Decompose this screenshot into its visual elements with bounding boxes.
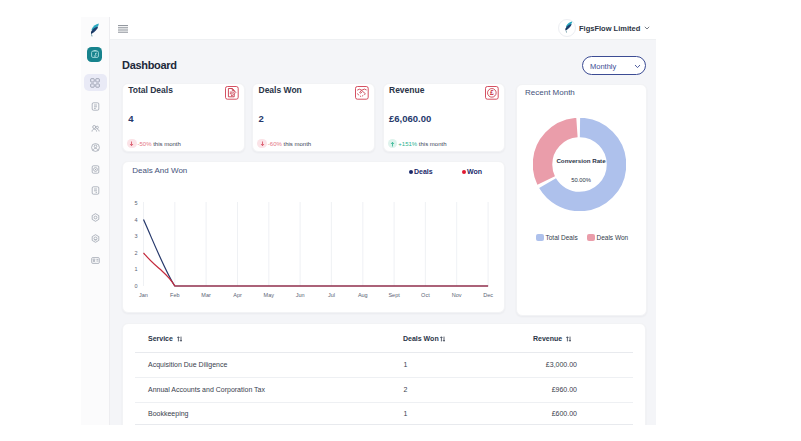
svg-text:Nov: Nov — [452, 292, 462, 298]
svg-text:Dec: Dec — [483, 292, 493, 298]
svg-text:Jun: Jun — [296, 292, 305, 298]
svg-text:0: 0 — [134, 283, 137, 289]
svg-text:Sept: Sept — [388, 292, 400, 298]
svg-text:Jan: Jan — [139, 292, 148, 298]
svg-text:Aug: Aug — [358, 292, 368, 298]
svg-text:May: May — [264, 292, 275, 298]
svg-text:4: 4 — [134, 217, 137, 223]
svg-text:2: 2 — [134, 250, 137, 256]
svg-text:Feb: Feb — [170, 292, 179, 298]
svg-text:3: 3 — [134, 233, 137, 239]
svg-text:Oct: Oct — [421, 292, 430, 298]
svg-text:£: £ — [490, 89, 494, 96]
svg-text:1: 1 — [134, 266, 137, 272]
svg-text:Mar: Mar — [201, 292, 211, 298]
svg-text:Apr: Apr — [233, 292, 242, 298]
svg-text:Jul: Jul — [328, 292, 335, 298]
svg-text:5: 5 — [134, 200, 137, 206]
